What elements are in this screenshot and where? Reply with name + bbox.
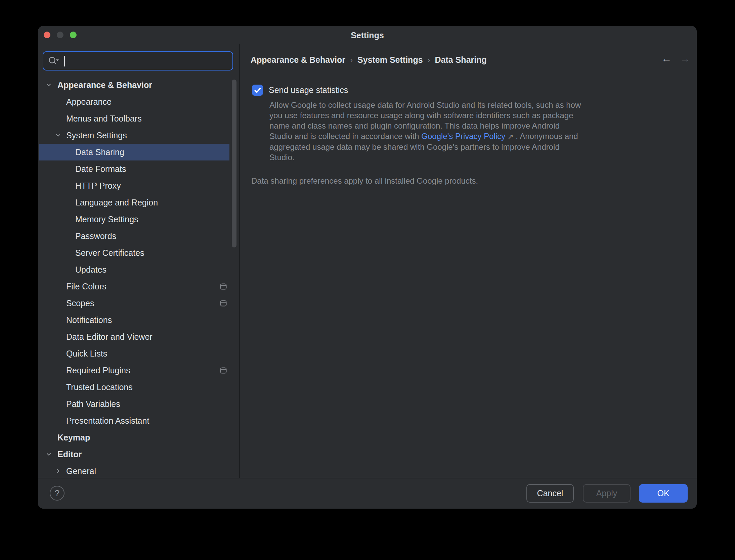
ok-button[interactable]: OK: [639, 484, 688, 503]
sidebar-item-memory-settings[interactable]: Memory Settings: [39, 211, 229, 228]
breadcrumb-system-settings[interactable]: System Settings: [357, 55, 423, 65]
chevron-down-icon[interactable]: [45, 82, 52, 88]
sidebar-item-label: Date Formats: [75, 164, 126, 174]
breadcrumb-appearance-behavior[interactable]: Appearance & Behavior: [251, 55, 345, 65]
sidebar-item-label: Quick Lists: [66, 349, 107, 359]
search-box[interactable]: [43, 51, 233, 71]
description-line: you use features and resource usage alon…: [269, 110, 615, 121]
sidebar-item-date-formats[interactable]: Date Formats: [39, 160, 229, 177]
sidebar-item-label: Notifications: [66, 315, 112, 325]
description-line: Studio and is collected in accordance wi…: [269, 131, 615, 142]
chevron-down-icon[interactable]: [55, 132, 61, 138]
settings-tree: Appearance & BehaviorAppearanceMenus and…: [38, 77, 239, 478]
settings-dialog: Settings Appearance & BehaviorAppearance…: [38, 26, 697, 509]
sidebar-item-label: Required Plugins: [66, 366, 130, 375]
sidebar-item-keymap[interactable]: Keymap: [39, 429, 229, 446]
sidebar-item-data-editor-and-viewer[interactable]: Data Editor and Viewer: [39, 328, 229, 345]
sidebar-item-required-plugins[interactable]: Required Plugins: [39, 362, 229, 379]
sidebar-item-label: Appearance: [66, 97, 112, 107]
checkbox-label[interactable]: Send usage statistics: [269, 85, 348, 95]
sidebar-item-trusted-locations[interactable]: Trusted Locations: [39, 379, 229, 395]
send-usage-statistics-checkbox[interactable]: [252, 85, 263, 96]
sidebar-item-label: Language and Region: [75, 198, 158, 207]
sidebar-item-label: Updates: [75, 265, 106, 275]
sidebar-item-label: Trusted Locations: [66, 382, 133, 392]
description-line: Allow Google to collect usage data for A…: [269, 100, 615, 110]
sidebar-item-presentation-assistant[interactable]: Presentation Assistant: [39, 412, 229, 429]
sidebar-item-language-and-region[interactable]: Language and Region: [39, 194, 229, 211]
help-button[interactable]: ?: [50, 486, 64, 501]
window-icon: [220, 283, 227, 290]
send-usage-statistics-row[interactable]: Send usage statistics: [252, 85, 348, 96]
sidebar-item-label: Keymap: [57, 433, 90, 442]
sidebar-item-label: Path Variables: [66, 399, 120, 409]
sidebar-scrollbar-thumb[interactable]: [232, 80, 236, 247]
description-line: name and class names and plugin configur…: [269, 121, 615, 131]
sidebar-item-label: Memory Settings: [75, 215, 138, 224]
sidebar-item-label: Scopes: [66, 298, 94, 308]
sidebar-item-passwords[interactable]: Passwords: [39, 228, 229, 244]
data-sharing-note: Data sharing preferences apply to all in…: [251, 176, 478, 186]
sidebar-item-label: HTTP Proxy: [75, 181, 121, 191]
window-icon: [220, 367, 227, 374]
breadcrumb-data-sharing[interactable]: Data Sharing: [435, 55, 487, 65]
search-input[interactable]: [65, 56, 232, 66]
sidebar-item-data-sharing[interactable]: Data Sharing: [39, 144, 229, 160]
description-line: Studio.: [269, 152, 615, 162]
sidebar-item-label: File Colors: [66, 282, 106, 291]
sidebar-item-label: Passwords: [75, 231, 116, 241]
external-link-icon: ↗: [508, 133, 514, 140]
description-text: . Anonymous and: [514, 132, 578, 141]
sidebar-item-file-colors[interactable]: File Colors: [39, 278, 229, 295]
description-line: aggregated usage data may be shared with…: [269, 142, 615, 152]
sidebar-item-notifications[interactable]: Notifications: [39, 312, 229, 328]
sidebar-item-appearance[interactable]: Appearance: [39, 93, 229, 110]
sidebar-item-label: Data Sharing: [75, 147, 124, 157]
checkmark-icon: [254, 87, 261, 93]
question-mark-icon: ?: [55, 488, 59, 499]
dialog-footer: ? Cancel Apply OK: [38, 478, 697, 509]
chevron-down-icon[interactable]: [45, 451, 52, 457]
sidebar-item-label: General: [66, 466, 96, 476]
chevron-right-icon[interactable]: [55, 468, 61, 474]
sidebar-item-appearance-behavior[interactable]: Appearance & Behavior: [39, 77, 229, 93]
sidebar-item-quick-lists[interactable]: Quick Lists: [39, 345, 229, 362]
history-nav: ← →: [661, 53, 690, 64]
description-text: Studio and is collected in accordance wi…: [269, 132, 421, 141]
cancel-button[interactable]: Cancel: [526, 484, 574, 503]
sidebar-item-label: Presentation Assistant: [66, 416, 149, 426]
sidebar-item-system-settings[interactable]: System Settings: [39, 127, 229, 144]
sidebar-item-path-variables[interactable]: Path Variables: [39, 395, 229, 412]
window-icon: [220, 300, 227, 307]
sidebar-item-scopes[interactable]: Scopes: [39, 295, 229, 312]
sidebar-item-label: Server Certificates: [75, 248, 144, 258]
breadcrumb-separator: ›: [350, 55, 353, 65]
sidebar-item-server-certificates[interactable]: Server Certificates: [39, 244, 229, 261]
apply-button[interactable]: Apply: [583, 484, 631, 503]
usage-statistics-description: Allow Google to collect usage data for A…: [269, 100, 615, 162]
sidebar-item-editor[interactable]: Editor: [39, 446, 229, 463]
privacy-policy-link[interactable]: Google's Privacy Policy: [421, 132, 505, 141]
sidebar-item-label: Editor: [57, 450, 82, 459]
settings-sidebar: Appearance & BehaviorAppearanceMenus and…: [38, 26, 239, 478]
search-icon: [48, 56, 60, 66]
sidebar-item-label: Menus and Toolbars: [66, 114, 142, 124]
content-pane: Appearance & Behavior › System Settings …: [240, 26, 697, 478]
sidebar-item-menus-and-toolbars[interactable]: Menus and Toolbars: [39, 110, 229, 127]
sidebar-item-updates[interactable]: Updates: [39, 261, 229, 278]
sidebar-item-http-proxy[interactable]: HTTP Proxy: [39, 177, 229, 194]
sidebar-item-general[interactable]: General: [39, 463, 229, 478]
sidebar-item-label: Appearance & Behavior: [57, 80, 152, 90]
forward-arrow-icon[interactable]: →: [680, 53, 690, 64]
sidebar-item-label: Data Editor and Viewer: [66, 332, 153, 342]
breadcrumb: Appearance & Behavior › System Settings …: [251, 55, 487, 65]
back-arrow-icon[interactable]: ←: [661, 53, 672, 64]
breadcrumb-separator: ›: [428, 55, 430, 65]
sidebar-item-label: System Settings: [66, 131, 127, 140]
